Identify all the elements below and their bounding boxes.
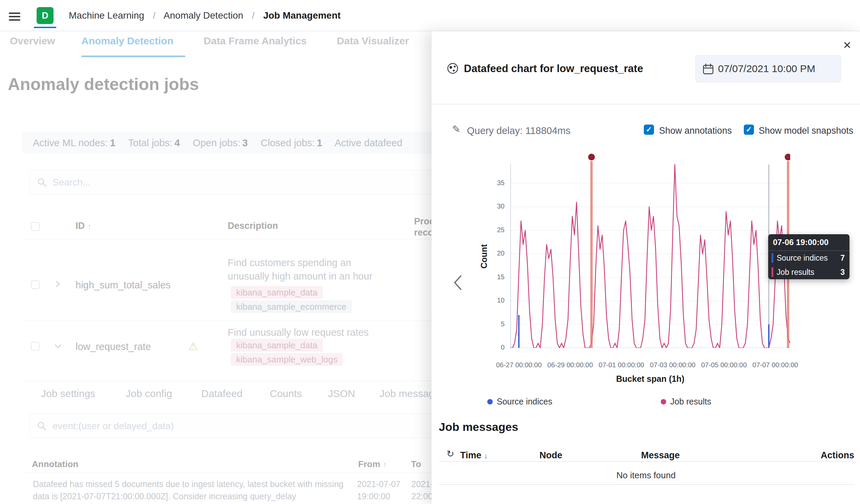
search-icon xyxy=(37,421,47,431)
job-messages-heading: Job messages xyxy=(439,420,518,434)
actions-column-header: Actions xyxy=(791,450,854,461)
stat-active-datafeeds: Active datafeed xyxy=(335,137,405,148)
series-color-bar xyxy=(772,253,773,263)
show-annotations-label: Show annotations xyxy=(659,125,732,136)
hamburger-icon xyxy=(7,13,23,21)
datafeed-chart-flyout: ✕ Datafeed chart for low_request_rate 07… xyxy=(431,31,860,504)
detail-tab-job-config[interactable]: Job config xyxy=(126,388,172,399)
message-column-header: Message xyxy=(641,450,680,461)
legend-item-job-results[interactable]: Job results xyxy=(661,397,711,406)
index-badge: kibana_sample_data xyxy=(231,339,323,352)
menu-button[interactable] xyxy=(7,8,23,24)
avatar-active-indicator xyxy=(34,27,56,28)
detail-tab-job-settings[interactable]: Job settings xyxy=(41,388,95,399)
jobs-search-input[interactable] xyxy=(53,170,426,194)
kibana-ml-app: D Machine Learning / Anomaly Detection /… xyxy=(0,0,860,504)
node-column-header: Node xyxy=(540,450,562,461)
show-annotations-checkbox[interactable]: ✓ xyxy=(644,124,654,135)
table-divider xyxy=(439,484,854,485)
tab-anomaly-detection[interactable]: Anomaly Detection xyxy=(81,35,173,47)
job-id: low_request_rate xyxy=(75,341,151,352)
detail-tab-json[interactable]: JSON xyxy=(328,388,355,399)
table-divider xyxy=(22,381,433,381)
job-description: Find unusually low request rates xyxy=(228,326,387,339)
job-stats-bar: Active ML nodes:1 Total jobs:4 Open jobs… xyxy=(22,132,433,154)
date-picker-button[interactable]: 07/07/2021 10:00 PM xyxy=(695,55,841,82)
job-id: high_sum_total_sales xyxy=(75,280,171,291)
show-model-snapshots-checkbox[interactable]: ✓ xyxy=(744,124,754,135)
index-badge: kibana_sample_data xyxy=(231,286,323,299)
sort-ascending-icon: ↑ xyxy=(383,460,387,469)
close-icon: ✕ xyxy=(843,40,851,51)
stat-open-jobs: Open jobs:3 xyxy=(193,137,248,148)
x-axis-tick-label: 07-07 00:00:00 xyxy=(738,361,813,369)
legend-dot-icon xyxy=(487,399,493,404)
space-avatar[interactable]: D xyxy=(37,7,54,24)
show-model-snapshots-label: Show model snapshots xyxy=(759,125,853,136)
tab-overview[interactable]: Overview xyxy=(10,35,55,47)
annotations-search-input[interactable] xyxy=(53,414,426,438)
breadcrumb-job-management: Job Management xyxy=(263,10,341,21)
close-flyout-button[interactable]: ✕ xyxy=(839,37,855,53)
y-axis-tick-label: 30 xyxy=(485,203,504,210)
datafeed-chart[interactable] xyxy=(510,152,790,348)
stat-active-ml-nodes: Active ML nodes:1 xyxy=(33,137,116,148)
chart-tooltip: 07-06 19:00:00 Source indices 7 Job resu… xyxy=(768,234,849,279)
collapse-row-button[interactable] xyxy=(54,342,62,352)
breadcrumb-anomaly-detection[interactable]: Anomaly Detection xyxy=(164,10,243,21)
row-checkbox[interactable] xyxy=(31,280,40,289)
legend-dot-icon xyxy=(661,399,666,404)
breadcrumb-machine-learning[interactable]: Machine Learning xyxy=(69,10,144,21)
search-icon xyxy=(37,177,47,188)
table-divider xyxy=(22,321,433,321)
table-divider xyxy=(22,239,433,239)
y-axis-tick-label: 20 xyxy=(485,250,504,257)
detail-tab-counts[interactable]: Counts xyxy=(270,388,302,399)
previous-chart-button[interactable] xyxy=(451,273,465,293)
y-axis-tick-label: 15 xyxy=(485,273,504,281)
to-column-header: To xyxy=(411,459,421,470)
check-icon: ✓ xyxy=(746,125,752,134)
x-axis-title: Bucket span (1h) xyxy=(583,374,718,384)
expand-row-button[interactable] xyxy=(54,280,62,290)
flyout-divider xyxy=(432,104,860,104)
annotation-text: Datafeed has missed 5 documents due to i… xyxy=(33,478,358,502)
stat-total-jobs: Total jobs:4 xyxy=(128,137,180,148)
tooltip-row-source-indices: Source indices 7 xyxy=(768,251,849,265)
breadcrumb: Machine Learning / Anomaly Detection / J… xyxy=(69,0,341,31)
tooltip-row-job-results: Job results 3 xyxy=(768,265,849,279)
y-axis-tick-label: 10 xyxy=(485,297,504,304)
from-column-header[interactable]: From↑ xyxy=(358,459,387,470)
series-color-bar xyxy=(772,267,773,277)
tab-data-visualizer[interactable]: Data Visualizer xyxy=(337,35,409,47)
chevron-left-icon xyxy=(452,274,464,292)
check-icon: ✓ xyxy=(646,125,652,134)
detail-tab-datafeed[interactable]: Datafeed xyxy=(201,388,243,399)
annotation-column-header: Annotation xyxy=(32,459,78,470)
tab-data-frame-analytics[interactable]: Data Frame Analytics xyxy=(204,35,307,47)
page-title: Anomaly detection jobs xyxy=(8,74,199,94)
edit-query-delay-button[interactable]: ✎ xyxy=(452,123,460,135)
y-axis-tick-label: 25 xyxy=(485,226,504,234)
sort-descending-icon: ↓ xyxy=(484,451,488,460)
empty-table-message: No items found xyxy=(432,470,860,481)
chevron-right-icon xyxy=(54,280,62,288)
row-checkbox[interactable] xyxy=(31,342,40,351)
table-divider xyxy=(22,473,433,473)
select-all-checkbox[interactable] xyxy=(31,222,40,231)
tooltip-timestamp: 07-06 19:00:00 xyxy=(768,234,849,251)
legend-item-source-indices[interactable]: Source indices xyxy=(487,397,552,406)
sort-ascending-icon: ↑ xyxy=(87,222,91,231)
refresh-messages-button[interactable]: ↻ xyxy=(443,447,457,461)
time-column-header[interactable]: Time↓ xyxy=(460,450,488,461)
annotation-from: 2021-07-07 19:00:00 xyxy=(357,478,415,502)
chevron-down-icon xyxy=(54,342,62,351)
warning-icon: ⚠ xyxy=(188,340,198,353)
active-tab-indicator xyxy=(81,56,185,57)
index-badge: kibana_sample_ecommerce xyxy=(231,300,352,313)
pencil-icon: ✎ xyxy=(452,123,460,135)
date-picker-value: 07/07/2021 10:00 PM xyxy=(718,56,815,82)
id-column-header[interactable]: ID↑ xyxy=(75,221,91,231)
query-delay-label: Query delay: 118804ms xyxy=(467,125,571,136)
flyout-title: Datafeed chart for low_request_rate xyxy=(464,63,643,75)
